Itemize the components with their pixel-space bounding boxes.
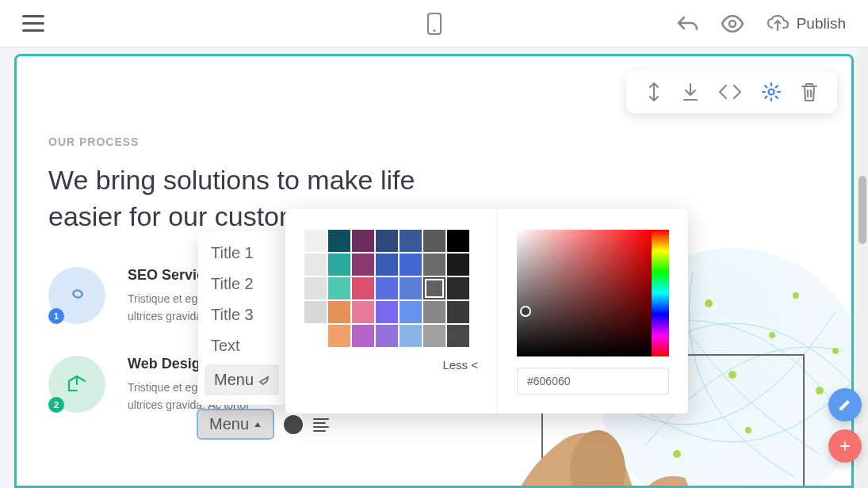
dropdown-option[interactable]: Title 2	[198, 269, 285, 299]
color-swatch[interactable]	[400, 277, 422, 299]
color-swatch[interactable]	[352, 277, 374, 299]
feature-badge: 1	[48, 308, 64, 324]
feature-icon: 2	[48, 356, 105, 413]
heading-dropdown: Title 1Title 2Title 3Text Menu	[198, 231, 285, 405]
dropdown-menu-label: Menu	[214, 371, 254, 389]
color-swatch[interactable]	[304, 325, 327, 347]
preview-eye-icon[interactable]	[721, 15, 744, 32]
color-swatch[interactable]	[400, 325, 422, 347]
color-swatch[interactable]	[447, 230, 469, 252]
undo-icon[interactable]	[676, 14, 698, 33]
settings-gear-icon[interactable]	[761, 82, 782, 102]
color-swatches	[304, 230, 478, 347]
feature-icon: 1	[48, 267, 105, 324]
color-swatch[interactable]	[400, 301, 422, 323]
color-swatch[interactable]	[328, 230, 350, 252]
less-toggle[interactable]: Less <	[304, 358, 478, 372]
color-swatch[interactable]	[400, 230, 422, 252]
hue-slider[interactable]	[652, 230, 669, 356]
align-icon[interactable]	[312, 417, 330, 432]
feature-badge: 2	[48, 397, 64, 413]
color-swatch[interactable]	[423, 325, 445, 347]
menu-hamburger-icon[interactable]	[22, 15, 44, 32]
color-swatch[interactable]	[447, 301, 469, 323]
move-icon[interactable]	[645, 82, 663, 102]
publish-button[interactable]: Publish	[767, 15, 846, 32]
dropdown-menu-item[interactable]: Menu	[205, 364, 279, 395]
color-swatch[interactable]	[376, 254, 398, 276]
color-swatch[interactable]	[304, 301, 327, 323]
text-color-button[interactable]	[284, 415, 303, 434]
add-fab[interactable]: +	[828, 429, 862, 463]
dropdown-option[interactable]: Title 3	[198, 299, 285, 330]
trash-icon[interactable]	[801, 82, 818, 102]
color-swatch[interactable]	[328, 325, 350, 347]
mobile-preview-icon[interactable]	[427, 13, 442, 35]
color-swatch[interactable]	[447, 325, 469, 347]
color-swatch[interactable]	[304, 230, 327, 252]
svg-point-1	[769, 90, 774, 95]
section-toolbar	[626, 71, 837, 113]
menu-dropdown-button[interactable]: Menu	[197, 409, 274, 440]
code-icon[interactable]	[718, 83, 742, 101]
color-swatch[interactable]	[352, 230, 374, 252]
hex-input[interactable]	[517, 368, 669, 395]
color-swatch[interactable]	[423, 301, 445, 323]
color-swatch[interactable]	[447, 254, 469, 276]
color-swatch[interactable]	[328, 301, 350, 323]
color-swatch[interactable]	[304, 254, 327, 276]
top-toolbar: Publish	[0, 0, 868, 48]
color-swatch[interactable]	[352, 301, 374, 323]
color-swatch[interactable]	[328, 254, 350, 276]
download-icon[interactable]	[682, 82, 699, 101]
section-eyebrow: OUR PROCESS	[48, 135, 820, 148]
color-swatch[interactable]	[447, 277, 469, 299]
color-swatch[interactable]	[376, 277, 398, 299]
svg-point-0	[729, 21, 736, 27]
color-swatch[interactable]	[423, 230, 445, 252]
color-swatch[interactable]	[352, 325, 374, 347]
edit-fab[interactable]	[828, 388, 862, 421]
color-swatch[interactable]	[328, 277, 350, 299]
menu-button-label: Menu	[209, 415, 249, 433]
color-swatch[interactable]	[423, 254, 445, 276]
page-scrollbar[interactable]	[857, 48, 868, 488]
color-swatch[interactable]	[400, 254, 422, 276]
color-swatch[interactable]	[376, 325, 398, 347]
color-picker-panel: Less <	[285, 209, 688, 414]
dropdown-option[interactable]: Text	[198, 330, 285, 361]
color-swatch[interactable]	[376, 301, 398, 323]
color-swatch[interactable]	[352, 254, 374, 276]
color-gradient[interactable]	[517, 230, 652, 356]
color-swatch[interactable]	[423, 277, 445, 299]
dropdown-option[interactable]: Title 1	[198, 238, 285, 269]
color-swatch[interactable]	[304, 277, 327, 299]
color-swatch[interactable]	[376, 230, 398, 252]
publish-label: Publish	[797, 15, 846, 32]
